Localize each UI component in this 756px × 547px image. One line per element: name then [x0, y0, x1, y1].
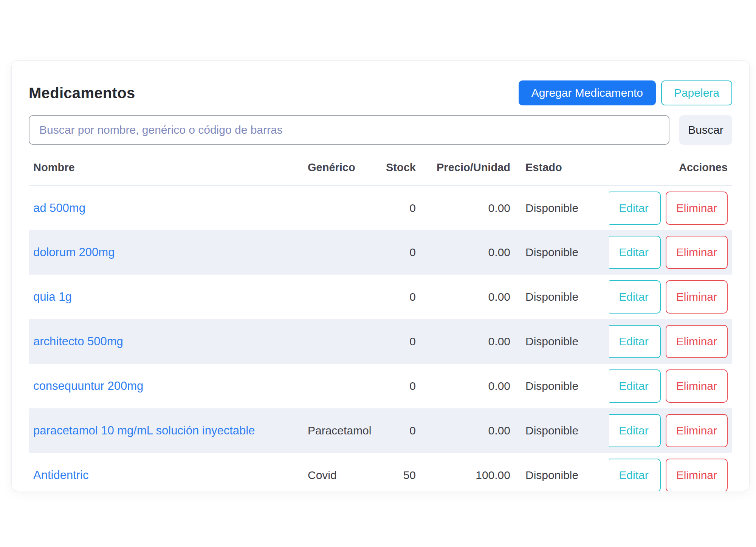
generic-cell: Covid: [303, 453, 375, 491]
actions-cell: Editar Eliminar: [609, 408, 732, 453]
delete-button[interactable]: Eliminar: [666, 414, 728, 447]
name-cell: dolorum 200mg: [29, 230, 303, 275]
stock-cell: 0: [375, 230, 420, 275]
column-header-nombre: Nombre: [29, 145, 303, 185]
status-cell: Disponible: [515, 453, 609, 491]
stock-cell: 0: [375, 185, 420, 230]
generic-cell: [303, 275, 375, 319]
actions-cell: Editar Eliminar: [609, 275, 732, 319]
edit-button[interactable]: Editar: [609, 369, 661, 403]
status-cell: Disponible: [515, 230, 609, 275]
status-cell: Disponible: [515, 319, 609, 364]
table-row: paracetamol 10 mg/mL solución inyectable…: [29, 408, 732, 453]
actions-cell: Editar Eliminar: [609, 185, 732, 230]
edit-button[interactable]: Editar: [609, 414, 661, 447]
delete-button[interactable]: Eliminar: [666, 459, 728, 491]
price-cell: 0.00: [420, 275, 515, 319]
generic-cell: [303, 364, 375, 408]
page-title: Medicamentos: [29, 85, 135, 102]
add-medication-button[interactable]: Agregar Medicamento: [519, 80, 656, 105]
table-header-row: Nombre Genérico Stock Precio/Unidad Esta…: [29, 145, 732, 185]
name-cell: consequuntur 200mg: [29, 364, 303, 408]
name-cell: paracetamol 10 mg/mL solución inyectable: [29, 408, 303, 453]
status-cell: Disponible: [515, 185, 609, 230]
column-header-estado: Estado: [515, 145, 609, 185]
delete-button[interactable]: Eliminar: [666, 325, 728, 358]
medication-link[interactable]: consequuntur 200mg: [33, 379, 143, 392]
medications-card: Medicamentos Agregar Medicamento Papeler…: [11, 60, 750, 491]
generic-cell: Paracetamol: [303, 408, 375, 453]
header-actions: Agregar Medicamento Papelera: [519, 80, 732, 105]
price-cell: 0.00: [420, 319, 515, 364]
actions-cell: Editar Eliminar: [609, 230, 732, 275]
column-header-acciones: Acciones: [609, 145, 732, 185]
medication-link[interactable]: architecto 500mg: [33, 335, 123, 348]
delete-button[interactable]: Eliminar: [666, 369, 728, 403]
price-cell: 0.00: [420, 408, 515, 453]
medications-table: Nombre Genérico Stock Precio/Unidad Esta…: [29, 145, 732, 491]
medication-link[interactable]: dolorum 200mg: [33, 246, 115, 259]
edit-button[interactable]: Editar: [609, 325, 661, 358]
edit-button[interactable]: Editar: [609, 280, 661, 314]
medication-link[interactable]: ad 500mg: [33, 201, 85, 215]
generic-cell: [303, 185, 375, 230]
search-bar: Buscar: [29, 115, 732, 145]
price-cell: 100.00: [420, 453, 515, 491]
stock-cell: 0: [375, 275, 420, 319]
stock-cell: 0: [375, 408, 420, 453]
trash-button[interactable]: Papelera: [661, 80, 732, 105]
name-cell: quia 1g: [29, 275, 303, 319]
stock-cell: 50: [375, 453, 420, 491]
status-cell: Disponible: [515, 275, 609, 319]
medication-link[interactable]: quia 1g: [33, 290, 72, 303]
status-cell: Disponible: [515, 408, 609, 453]
stock-cell: 0: [375, 364, 420, 408]
name-cell: architecto 500mg: [29, 319, 303, 364]
generic-cell: [303, 319, 375, 364]
column-header-stock: Stock: [375, 145, 420, 185]
edit-button[interactable]: Editar: [609, 236, 661, 269]
edit-button[interactable]: Editar: [609, 459, 661, 491]
delete-button[interactable]: Eliminar: [666, 280, 728, 314]
table-row: ad 500mg 0 0.00 Disponible Editar Elimin…: [29, 185, 732, 230]
stock-cell: 0: [375, 319, 420, 364]
actions-cell: Editar Eliminar: [609, 364, 732, 408]
name-cell: Antidentric: [29, 453, 303, 491]
search-button[interactable]: Buscar: [679, 115, 732, 145]
delete-button[interactable]: Eliminar: [666, 192, 728, 225]
table-row: Antidentric Covid 50 100.00 Disponible E…: [29, 453, 732, 491]
medication-link[interactable]: Antidentric: [33, 468, 88, 482]
table-row: consequuntur 200mg 0 0.00 Disponible Edi…: [29, 364, 732, 408]
table-row: quia 1g 0 0.00 Disponible Editar Elimina…: [29, 275, 732, 319]
column-header-generico: Genérico: [303, 145, 375, 185]
name-cell: ad 500mg: [29, 185, 303, 230]
price-cell: 0.00: [420, 230, 515, 275]
edit-button[interactable]: Editar: [609, 192, 661, 225]
medication-link[interactable]: paracetamol 10 mg/mL solución inyectable: [33, 424, 255, 437]
price-cell: 0.00: [420, 364, 515, 408]
table-row: architecto 500mg 0 0.00 Disponible Edita…: [29, 319, 732, 364]
search-input[interactable]: [29, 115, 669, 145]
generic-cell: [303, 230, 375, 275]
actions-cell: Editar Eliminar: [609, 319, 732, 364]
price-cell: 0.00: [420, 185, 515, 230]
table-row: dolorum 200mg 0 0.00 Disponible Editar E…: [29, 230, 732, 275]
card-header: Medicamentos Agregar Medicamento Papeler…: [29, 80, 732, 105]
delete-button[interactable]: Eliminar: [666, 236, 728, 269]
actions-cell: Editar Eliminar: [609, 453, 732, 491]
status-cell: Disponible: [515, 364, 609, 408]
column-header-precio-unidad: Precio/Unidad: [420, 145, 515, 185]
